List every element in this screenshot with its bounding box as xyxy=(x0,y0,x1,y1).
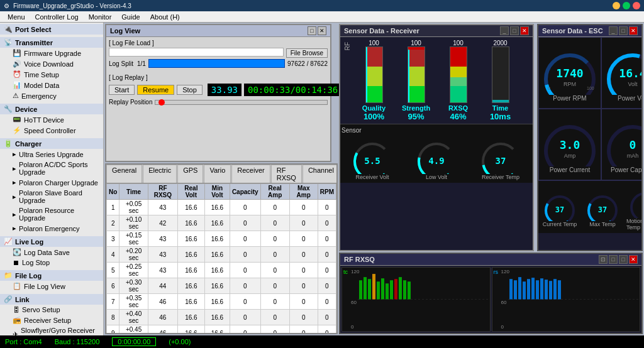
table-cell: 43 xyxy=(148,200,177,215)
sidebar-item-polaron-emergency[interactable]: ▸Polaron Emergency xyxy=(0,223,103,234)
sidebar-port-section: 🔌 Port Select xyxy=(0,23,103,36)
tab-rf-rxsq[interactable]: RF RXSQ xyxy=(271,165,302,183)
stop-button[interactable]: Stop xyxy=(177,85,203,95)
log-path-input[interactable]: Z:\文件\趣翔升旋\Graupner\LogData\0008_2015-9-… xyxy=(109,48,284,57)
log-split-label: Log Split xyxy=(109,60,133,67)
log-view-restore[interactable]: □ xyxy=(308,26,316,35)
table-cell: 0 xyxy=(260,325,289,334)
table-cell: 16.6 xyxy=(177,294,204,310)
start-button[interactable]: Start xyxy=(109,85,135,95)
rxsq-btn1[interactable]: ⊡ xyxy=(599,255,608,264)
table-cell: 7 xyxy=(107,294,119,310)
menu-monitor[interactable]: Monitor xyxy=(84,11,117,22)
sidebar-item-polaron-charger[interactable]: ▸Polaron Charger Upgrade xyxy=(0,177,103,188)
replay-position: Replay Position xyxy=(109,99,328,106)
sidebar-item-polaron-slave[interactable]: ▸Polaron Slave Board Upgrade xyxy=(0,188,103,205)
rxsq-close[interactable]: ✕ xyxy=(629,255,638,264)
strength-bar-container xyxy=(408,46,425,103)
title-bar: ⚙ Firmware_Upgrade_grStudio - Version-4.… xyxy=(0,0,644,11)
close-button[interactable] xyxy=(633,2,640,9)
tab-receiver[interactable]: Receiver xyxy=(231,165,270,183)
sidebar-item-model-data[interactable]: 📊Model Data xyxy=(0,80,103,90)
hott-icon: 📟 xyxy=(13,116,21,124)
log-file-section: [ Log File Load ] Z:\文件\趣翔升旋\Graupner\Lo… xyxy=(106,37,330,72)
sensor-recv-close[interactable]: ✕ xyxy=(520,26,529,35)
time-value-recv: 10ms xyxy=(490,112,511,121)
sensor-receiver-title: Sensor Data - Receiver _ □ ✕ xyxy=(340,25,533,37)
table-cell: 0 xyxy=(260,263,289,278)
sidebar-item-log-stop[interactable]: ⏹Log Stop xyxy=(0,258,103,268)
rxsq-label-recv: RXSQ xyxy=(448,104,468,112)
app-title: Firmware_Upgrade_grStudio - Version-4.3 xyxy=(13,3,131,9)
rxsq-btn3[interactable]: □ xyxy=(619,255,628,264)
esc-restore[interactable]: □ xyxy=(619,26,628,35)
status-bar: Port : Com4 Baud : 115200 0:00:00.00 (+0… xyxy=(0,335,644,348)
sensor-recv-min[interactable]: _ xyxy=(500,26,509,35)
sidebar-item-hott-device[interactable]: 📟HoTT Device xyxy=(0,114,103,125)
ultra-icon: ▸ xyxy=(13,150,16,158)
table-cell: 0 xyxy=(289,310,318,325)
menu-guide[interactable]: Guide xyxy=(116,11,145,22)
time-icon: ⏰ xyxy=(13,70,21,79)
maximize-button[interactable] xyxy=(623,2,630,9)
file-browse-button[interactable]: File Browse xyxy=(286,48,328,58)
sidebar-item-polaron-resource[interactable]: ▸Polaron Resource Upgrade xyxy=(0,205,103,223)
log-split-bar xyxy=(148,59,285,68)
port-icon: 🔌 xyxy=(4,25,13,33)
sidebar-item-speed-controller[interactable]: ⚡Speed Controller xyxy=(0,125,103,136)
table-header-real-volt: Real Volt xyxy=(177,184,204,200)
sidebar: 🔌 Port Select 📡 Transmitter 💾Firmware Up… xyxy=(0,23,104,335)
log-count: 97622 / 87622 xyxy=(287,60,328,67)
sidebar-item-filelog-view[interactable]: 📋File Log View xyxy=(0,281,103,291)
table-scroll[interactable]: NoTimeRF RXSQReal VoltMin VoltCapacityRe… xyxy=(106,183,336,333)
tab-electric[interactable]: Electric xyxy=(143,165,177,183)
rxsq-group: 100 RXSQ 46% xyxy=(438,40,479,121)
menu-controller-log[interactable]: Controller Log xyxy=(30,11,84,22)
table-cell: 5 xyxy=(107,263,119,278)
polaron-resource-icon: ▸ xyxy=(13,210,16,219)
replay-slider[interactable] xyxy=(155,100,328,105)
sidebar-item-emergency[interactable]: ⚠Emergency xyxy=(0,90,103,101)
table-cell: 0 xyxy=(318,294,336,310)
sidebar-item-time-setup[interactable]: ⏰Time Setup xyxy=(0,69,103,80)
strength-top-value: 100 xyxy=(411,40,421,46)
svg-text:Volt: Volt xyxy=(628,81,638,87)
resume-button[interactable]: Resume xyxy=(137,85,174,95)
svg-rect-61 xyxy=(540,278,543,299)
esc-close[interactable]: ✕ xyxy=(629,26,638,35)
minimize-button[interactable] xyxy=(613,2,620,9)
low-volt-label: Low Volt xyxy=(426,174,447,180)
svg-rect-62 xyxy=(545,280,548,299)
tab-channel[interactable]: Channel xyxy=(303,165,338,183)
sidebar-item-log-save[interactable]: 💽Log Data Save xyxy=(0,247,103,258)
svg-text:RPM: RPM xyxy=(564,81,576,87)
chart1-y-zero: 0 xyxy=(351,324,353,330)
log-view-close[interactable]: ✕ xyxy=(318,26,326,35)
sidebar-item-voice-download[interactable]: 🔊Voice Download xyxy=(0,58,103,69)
sidebar-item-receiver-setup[interactable]: 📻Receiver Setup xyxy=(0,315,103,325)
rxsq-chart1-svg xyxy=(358,268,491,331)
sidebar-item-firmware-upgrade[interactable]: 💾Firmware Upgrade xyxy=(0,48,103,58)
esc-min[interactable]: _ xyxy=(609,26,618,35)
sidebar-item-slowflyer[interactable]: ✈Slowflyer/Gyro Receiver Downloader xyxy=(0,325,103,335)
receiver-icon: 📻 xyxy=(13,316,21,324)
sidebar-item-polaron-ac[interactable]: ▸Polaron AC/DC Sports Upgrade xyxy=(0,160,103,177)
menu-about[interactable]: About (H) xyxy=(145,11,185,22)
menu-menu[interactable]: Menu xyxy=(3,11,30,22)
log-view-title: Log View □ ✕ xyxy=(106,25,330,37)
table-cell: 0 xyxy=(289,247,318,263)
tab-vario[interactable]: Vario xyxy=(204,165,231,183)
table-cell: 16.6 xyxy=(204,310,230,325)
sidebar-item-servo-setup[interactable]: 🎛Servo Setup xyxy=(0,305,103,315)
tab-gps[interactable]: GPS xyxy=(177,165,203,183)
table-cell: 42 xyxy=(148,215,177,231)
table-row: 5+0.25 sec4316.616.60000 xyxy=(107,263,336,278)
svg-point-34 xyxy=(631,193,643,218)
rxsq-btn2[interactable]: □ xyxy=(609,255,618,264)
svg-text:5.5: 5.5 xyxy=(364,156,380,166)
sensor-gauges-row: 5.5 Receiver Volt 4.9 xyxy=(341,136,531,180)
log-split-count: 1/1 xyxy=(137,60,146,67)
tab-general[interactable]: General xyxy=(106,165,142,183)
sidebar-item-ultra[interactable]: ▸Ultra Series Upgrade xyxy=(0,149,103,160)
sensor-recv-restore[interactable]: □ xyxy=(510,26,519,35)
